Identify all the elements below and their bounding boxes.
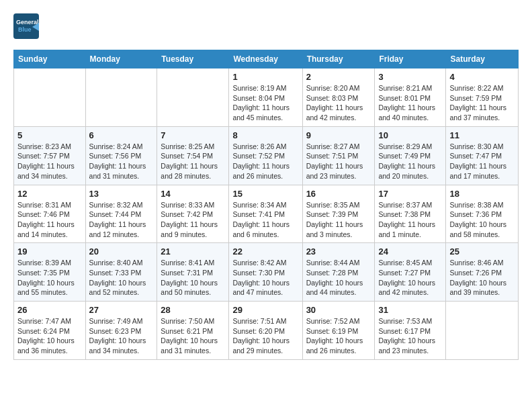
day-info: Sunrise: 7:52 AM Sunset: 6:19 PM Dayligh… [306,316,371,356]
day-info: Sunrise: 8:46 AM Sunset: 7:26 PM Dayligh… [449,258,515,298]
calendar-cell: 5Sunrise: 8:23 AM Sunset: 7:57 PM Daylig… [14,126,86,185]
day-number: 20 [89,246,154,257]
day-number: 16 [306,189,371,199]
day-info: Sunrise: 8:25 AM Sunset: 7:54 PM Dayligh… [161,142,225,181]
day-info: Sunrise: 7:50 AM Sunset: 6:21 PM Dayligh… [161,316,225,356]
calendar-cell: 26Sunrise: 7:47 AM Sunset: 6:24 PM Dayli… [14,302,86,360]
calendar-cell: 12Sunrise: 8:31 AM Sunset: 7:46 PM Dayli… [14,185,86,243]
day-info: Sunrise: 8:24 AM Sunset: 7:56 PM Dayligh… [89,142,154,181]
day-info: Sunrise: 8:21 AM Sunset: 8:01 PM Dayligh… [378,83,442,123]
day-number: 25 [449,246,515,257]
day-info: Sunrise: 7:49 AM Sunset: 6:23 PM Dayligh… [89,316,154,356]
calendar-cell: 17Sunrise: 8:37 AM Sunset: 7:38 PM Dayli… [375,185,446,243]
svg-text:General: General [16,19,39,26]
day-info: Sunrise: 8:23 AM Sunset: 7:57 PM Dayligh… [17,142,82,181]
day-info: Sunrise: 8:31 AM Sunset: 7:46 PM Dayligh… [17,200,82,240]
calendar-cell: 24Sunrise: 8:45 AM Sunset: 7:27 PM Dayli… [375,243,446,302]
calendar-cell: 11Sunrise: 8:30 AM Sunset: 7:47 PM Dayli… [446,126,519,185]
day-number: 24 [378,246,442,257]
day-number: 11 [449,130,515,140]
day-info: Sunrise: 8:27 AM Sunset: 7:51 PM Dayligh… [306,142,371,181]
day-info: Sunrise: 8:37 AM Sunset: 7:38 PM Dayligh… [378,200,442,240]
weekday-header-saturday: Saturday [446,50,519,68]
day-info: Sunrise: 7:47 AM Sunset: 6:24 PM Dayligh… [17,316,82,356]
calendar-cell: 28Sunrise: 7:50 AM Sunset: 6:21 PM Dayli… [157,302,229,360]
calendar-cell: 13Sunrise: 8:32 AM Sunset: 7:44 PM Dayli… [85,185,157,243]
day-number: 27 [89,305,154,315]
day-info: Sunrise: 7:53 AM Sunset: 6:17 PM Dayligh… [378,316,442,356]
day-info: Sunrise: 8:45 AM Sunset: 7:27 PM Dayligh… [378,258,442,298]
calendar-cell: 7Sunrise: 8:25 AM Sunset: 7:54 PM Daylig… [157,126,229,185]
day-number: 7 [161,130,225,140]
day-number: 21 [161,246,225,257]
day-number: 23 [306,246,371,257]
day-info: Sunrise: 8:26 AM Sunset: 7:52 PM Dayligh… [232,142,298,181]
calendar-cell: 14Sunrise: 8:33 AM Sunset: 7:42 PM Dayli… [157,185,229,243]
day-info: Sunrise: 7:51 AM Sunset: 6:20 PM Dayligh… [232,316,298,356]
calendar-cell: 27Sunrise: 7:49 AM Sunset: 6:23 PM Dayli… [85,302,157,360]
calendar-cell: 2Sunrise: 8:20 AM Sunset: 8:03 PM Daylig… [302,68,375,127]
day-info: Sunrise: 8:38 AM Sunset: 7:36 PM Dayligh… [449,200,515,240]
day-info: Sunrise: 8:40 AM Sunset: 7:33 PM Dayligh… [89,258,154,298]
calendar-cell: 25Sunrise: 8:46 AM Sunset: 7:26 PM Dayli… [446,243,519,302]
day-info: Sunrise: 8:39 AM Sunset: 7:35 PM Dayligh… [17,258,82,298]
calendar-cell: 16Sunrise: 8:35 AM Sunset: 7:39 PM Dayli… [302,185,375,243]
day-info: Sunrise: 8:32 AM Sunset: 7:44 PM Dayligh… [89,200,154,240]
logo: General Blue [13,13,39,42]
day-info: Sunrise: 8:42 AM Sunset: 7:30 PM Dayligh… [232,258,298,298]
day-number: 29 [232,305,298,315]
day-info: Sunrise: 8:35 AM Sunset: 7:39 PM Dayligh… [306,200,371,240]
day-number: 3 [378,72,442,82]
day-number: 10 [378,130,442,140]
calendar-cell: 20Sunrise: 8:40 AM Sunset: 7:33 PM Dayli… [85,243,157,302]
day-number: 28 [161,305,225,315]
calendar-cell: 23Sunrise: 8:44 AM Sunset: 7:28 PM Dayli… [302,243,375,302]
calendar-cell: 8Sunrise: 8:26 AM Sunset: 7:52 PM Daylig… [229,126,302,185]
day-info: Sunrise: 8:19 AM Sunset: 8:04 PM Dayligh… [232,83,298,123]
day-number: 4 [449,72,515,82]
calendar-cell: 4Sunrise: 8:22 AM Sunset: 7:59 PM Daylig… [446,68,519,127]
calendar-cell: 6Sunrise: 8:24 AM Sunset: 7:56 PM Daylig… [85,126,157,185]
day-number: 12 [17,189,82,199]
day-number: 13 [89,189,154,199]
day-number: 22 [232,246,298,257]
calendar-cell: 21Sunrise: 8:41 AM Sunset: 7:31 PM Dayli… [157,243,229,302]
calendar-cell: 9Sunrise: 8:27 AM Sunset: 7:51 PM Daylig… [302,126,375,185]
calendar-cell: 31Sunrise: 7:53 AM Sunset: 6:17 PM Dayli… [375,302,446,360]
calendar-cell: 19Sunrise: 8:39 AM Sunset: 7:35 PM Dayli… [14,243,86,302]
day-number: 9 [306,130,371,140]
day-number: 1 [232,72,298,82]
day-info: Sunrise: 8:30 AM Sunset: 7:47 PM Dayligh… [449,142,515,181]
day-info: Sunrise: 8:20 AM Sunset: 8:03 PM Dayligh… [306,83,371,123]
day-info: Sunrise: 8:34 AM Sunset: 7:41 PM Dayligh… [232,200,298,240]
day-number: 18 [449,189,515,199]
calendar-cell [157,68,229,127]
weekday-header-thursday: Thursday [302,50,375,68]
calendar-cell: 10Sunrise: 8:29 AM Sunset: 7:49 PM Dayli… [375,126,446,185]
day-number: 8 [232,130,298,140]
day-number: 30 [306,305,371,315]
day-number: 2 [306,72,371,82]
day-number: 15 [232,189,298,199]
day-number: 31 [378,305,442,315]
weekday-header-monday: Monday [85,50,157,68]
calendar-cell [85,68,157,127]
weekday-header-tuesday: Tuesday [157,50,229,68]
day-info: Sunrise: 8:22 AM Sunset: 7:59 PM Dayligh… [449,83,515,123]
day-info: Sunrise: 8:44 AM Sunset: 7:28 PM Dayligh… [306,258,371,298]
day-number: 26 [17,305,82,315]
day-number: 19 [17,246,82,257]
calendar-cell: 15Sunrise: 8:34 AM Sunset: 7:41 PM Dayli… [229,185,302,243]
day-info: Sunrise: 8:33 AM Sunset: 7:42 PM Dayligh… [161,200,225,240]
calendar-cell [446,302,519,360]
svg-text:Blue: Blue [18,26,32,33]
calendar-cell: 29Sunrise: 7:51 AM Sunset: 6:20 PM Dayli… [229,302,302,360]
calendar-cell: 22Sunrise: 8:42 AM Sunset: 7:30 PM Dayli… [229,243,302,302]
weekday-header-wednesday: Wednesday [229,50,302,68]
weekday-header-friday: Friday [375,50,446,68]
logo-icon: General Blue [13,13,39,39]
calendar-cell: 3Sunrise: 8:21 AM Sunset: 8:01 PM Daylig… [375,68,446,127]
day-info: Sunrise: 8:29 AM Sunset: 7:49 PM Dayligh… [378,142,442,181]
day-number: 6 [89,130,154,140]
calendar-cell: 18Sunrise: 8:38 AM Sunset: 7:36 PM Dayli… [446,185,519,243]
